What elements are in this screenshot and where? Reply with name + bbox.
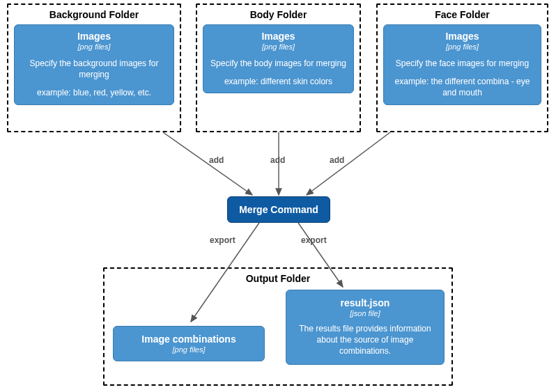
card-title: Images — [391, 31, 534, 42]
edge-label-add: add — [270, 155, 285, 165]
card-example: example: blue, red, yellow, etc. — [22, 87, 167, 98]
edge-label-add: add — [209, 155, 224, 165]
result-json-card: result.json [json file] The results file… — [286, 290, 445, 365]
face-folder: Face Folder Images [png files] Specify t… — [376, 3, 548, 132]
card-example: example: the different combina - eye and… — [391, 76, 534, 98]
svg-line-3 — [307, 132, 390, 195]
face-images-card: Images [png files] Specify the face imag… — [383, 24, 541, 105]
card-title: Images — [22, 31, 167, 42]
output-folder-title: Output Folder — [110, 273, 446, 284]
card-subtitle: [json file] — [295, 309, 435, 317]
card-desc: Specify the background images for mergin… — [22, 58, 167, 80]
edge-label-add: add — [330, 155, 344, 165]
merge-command-label: Merge Command — [239, 204, 318, 215]
body-images-card: Images [png files] Specify the body imag… — [203, 24, 354, 93]
merge-command: Merge Command — [227, 196, 330, 223]
card-subtitle: [png files] — [210, 42, 346, 51]
card-title: Images — [210, 31, 346, 42]
body-folder-title: Body Folder — [203, 9, 354, 20]
background-folder: Background Folder Images [png files] Spe… — [7, 3, 181, 132]
card-subtitle: [png files] — [22, 42, 167, 51]
card-subtitle: [png files] — [391, 42, 534, 51]
card-desc: Specify the body images for merging — [210, 58, 346, 69]
card-title: Image combinations — [122, 334, 256, 345]
card-desc: The results file provides information ab… — [295, 323, 435, 357]
background-folder-title: Background Folder — [14, 9, 174, 20]
face-folder-title: Face Folder — [383, 9, 541, 20]
card-desc: Specify the face images for merging — [391, 58, 534, 69]
edge-label-export: export — [301, 235, 327, 245]
svg-line-1 — [163, 132, 252, 195]
image-combinations-card: Image combinations [png files] — [113, 326, 265, 361]
card-subtitle: [png files] — [122, 345, 256, 354]
output-folder: Output Folder Image combinations [png fi… — [103, 267, 453, 386]
background-images-card: Images [png files] Specify the backgroun… — [14, 24, 174, 105]
edge-label-export: export — [210, 235, 235, 245]
body-folder: Body Folder Images [png files] Specify t… — [196, 3, 361, 132]
card-title: result.json — [295, 297, 435, 308]
card-example: example: different skin colors — [210, 76, 346, 87]
